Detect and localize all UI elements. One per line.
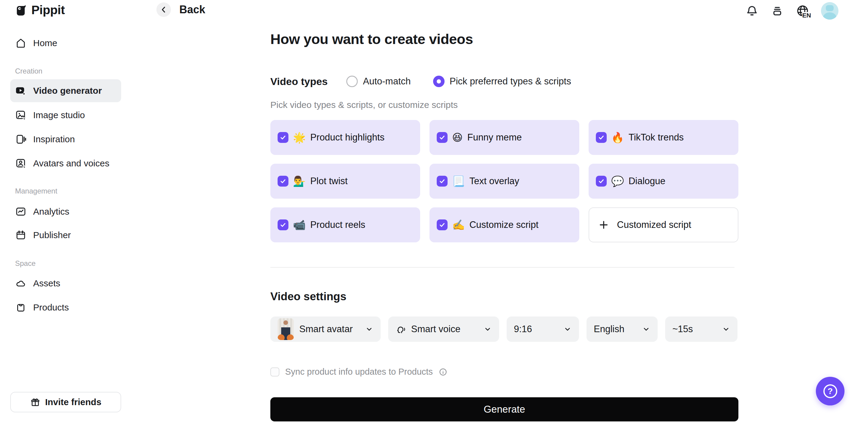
checkbox-checked[interactable] [596,176,607,187]
sidebar-item-label: Video generator [33,86,102,96]
sync-products-row: Sync product info updates to Products [270,367,447,377]
card-label: Plot twist [310,176,347,187]
card-dialogue[interactable]: 💬 Dialogue [589,164,738,199]
radio-option-auto-match[interactable]: Auto-match [346,76,411,87]
video-type-cards-grid: 🌟 Product highlights 😆 Funny meme 🔥 TikT… [270,120,738,242]
card-customize-script[interactable]: ✍️ Customize script [430,207,579,242]
back-label: Back [179,3,205,16]
sidebar-item-analytics[interactable]: Analytics [10,203,121,220]
language-globe-icon[interactable]: EN [796,4,809,18]
chevron-down-icon [642,325,650,333]
sidebar-item-avatars-and-voices[interactable]: Avatars and voices [10,155,121,172]
video-types-row: Video types Auto-match Pick preferred ty… [270,73,571,89]
card-label: Product highlights [310,132,384,143]
dropdown-value: Smart avatar [299,324,352,335]
chevron-left-icon [159,5,168,14]
chevron-down-icon [722,325,730,333]
dropdown-value: ~15s [673,324,693,335]
checkbox-checked[interactable] [278,219,288,230]
chevron-down-icon [484,325,492,333]
sidebar-item-label: Publisher [33,230,71,240]
brand-name: Pippit [31,3,65,17]
duration-dropdown[interactable]: ~15s [665,316,738,342]
radio-unselected[interactable] [346,76,358,87]
gift-icon [30,397,40,407]
user-avatar[interactable] [821,2,838,20]
smart-avatar-dropdown[interactable]: Smart avatar [270,316,381,342]
sidebar-item-label: Inspiration [33,134,75,144]
pippit-logo-icon [14,3,27,17]
inspiration-icon [15,133,27,145]
checkbox-checked[interactable] [437,132,447,143]
invite-friends-label: Invite friends [45,397,101,407]
card-label: Text overlay [469,176,519,187]
card-product-highlights[interactable]: 🌟 Product highlights [270,120,420,155]
brand-logo[interactable]: Pippit [14,3,65,17]
card-funny-meme[interactable]: 😆 Funny meme [430,120,579,155]
back-group: Back [156,2,205,17]
card-emoji: 🔥 [611,132,624,143]
help-button[interactable]: ? [816,377,844,405]
sidebar-item-label: Avatars and voices [33,158,110,169]
sidebar-item-label: Products [33,302,69,312]
sidebar: Pippit Home Creation Video generator [0,0,131,422]
notifications-bell-icon[interactable] [745,4,759,18]
video-types-label: Video types [270,76,328,87]
aspect-ratio-dropdown[interactable]: 9:16 [507,316,579,342]
avatar-preview-thumbnail [278,318,294,340]
sidebar-item-inspiration[interactable]: Inspiration [10,130,121,148]
card-label: Funny meme [467,132,522,143]
radio-selected[interactable] [433,76,444,87]
radio-label: Auto-match [363,76,411,87]
sidebar-item-label: Home [33,38,57,48]
radio-label: Pick preferred types & scripts [450,76,571,87]
card-emoji: 🌟 [293,132,306,143]
add-customized-script-card[interactable]: Customized script [589,207,738,242]
card-emoji: 😆 [452,132,463,143]
card-text-overlay[interactable]: 📃 Text overlay [430,164,579,199]
language-code-label: EN [802,12,811,19]
topbar-actions: EN [745,2,838,20]
card-emoji: 📹 [293,220,306,230]
smart-voice-dropdown[interactable]: Smart voice [388,316,499,342]
sidebar-item-products[interactable]: Products [10,299,121,316]
sidebar-item-home[interactable]: Home [10,34,121,52]
chevron-down-icon [563,325,572,333]
sidebar-section-management: Management [15,187,57,195]
assets-cloud-icon [15,278,27,289]
language-dropdown[interactable]: English [587,316,658,342]
checkbox-checked[interactable] [278,132,288,143]
card-emoji: 📃 [452,176,465,186]
back-button[interactable] [156,2,171,17]
checkbox-checked[interactable] [278,176,288,187]
sync-label: Sync product info updates to Products [285,367,433,377]
checkbox-checked[interactable] [437,219,447,230]
card-plot-twist[interactable]: 💁‍♂️ Plot twist [270,164,420,199]
dropdown-value: English [594,324,624,335]
avatars-icon [15,158,27,169]
plus-icon [598,219,609,230]
question-mark-icon: ? [824,384,837,398]
checkbox-checked[interactable] [437,176,447,187]
sidebar-item-video-generator[interactable]: Video generator [10,79,121,102]
checkbox-checked[interactable] [596,132,607,143]
card-product-reels[interactable]: 📹 Product reels [270,207,420,242]
card-tiktok-trends[interactable]: 🔥 TikTok trends [589,120,738,155]
invite-friends-button[interactable]: Invite friends [10,392,121,412]
sidebar-item-image-studio[interactable]: Image studio [10,107,121,124]
generate-button[interactable]: Generate [270,397,738,421]
sidebar-item-label: Assets [33,278,60,289]
video-settings-title: Video settings [270,290,346,303]
main-content: How you want to create videos Video type… [270,0,738,422]
inbox-tray-icon[interactable] [770,4,784,18]
speaking-head-icon [396,324,406,335]
sidebar-item-assets[interactable]: Assets [10,275,121,292]
sync-checkbox-unchecked[interactable] [270,367,279,376]
card-label: Customize script [469,219,538,230]
radio-option-pick-preferred[interactable]: Pick preferred types & scripts [433,76,571,87]
card-label: Dialogue [628,176,665,187]
sidebar-item-publisher[interactable]: Publisher [10,227,121,244]
card-label: Product reels [310,219,365,230]
info-icon[interactable] [438,367,447,376]
card-label: TikTok trends [628,132,684,143]
